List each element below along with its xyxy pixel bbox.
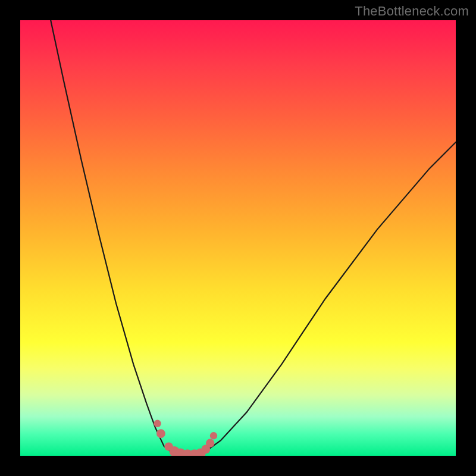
outer-frame: TheBottleneck.com xyxy=(0,0,476,476)
watermark-text: TheBottleneck.com xyxy=(355,4,469,19)
bottleneck-curve xyxy=(51,20,456,456)
marker-dot xyxy=(154,420,161,427)
chart-svg xyxy=(20,20,456,456)
marker-dot xyxy=(156,429,165,438)
marker-group xyxy=(154,420,217,456)
marker-dot xyxy=(210,432,217,439)
marker-dot xyxy=(206,439,214,447)
plot-area xyxy=(20,20,456,456)
